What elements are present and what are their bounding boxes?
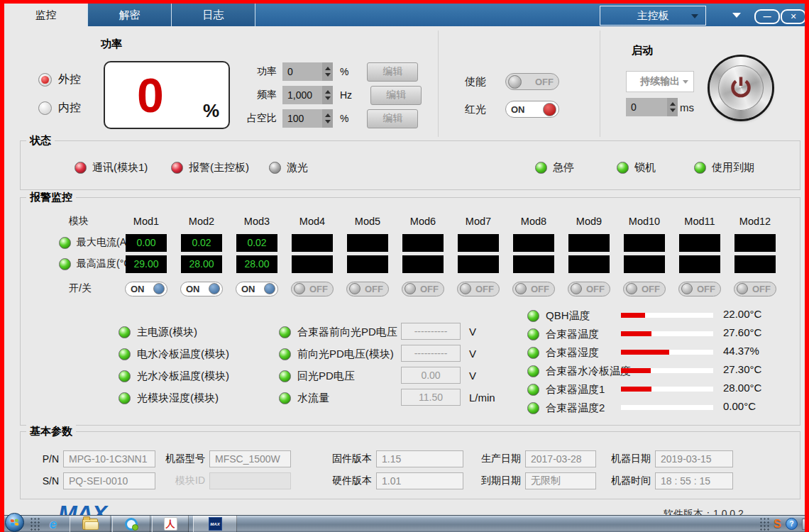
field-sn: S/NPQ-SEI-0010	[28, 472, 155, 489]
combiner-humidity-value: 44.37%	[723, 345, 759, 357]
status-led-label: 使用到期	[712, 161, 754, 174]
basic-params-groupbox: 基本参数 P/NMPG-10-1C3NN1 机器型号MFSC_1500W 固件版…	[20, 431, 800, 499]
explorer-taskbar-button[interactable]	[70, 516, 111, 532]
toggle-knob-icon	[460, 283, 471, 294]
status-led-alarm: 报警(主控板)	[171, 161, 249, 174]
power-display-value: 0	[105, 62, 196, 128]
spinner-arrows-icon[interactable]	[322, 109, 333, 128]
max-app-taskbar-button[interactable]: MAX	[193, 516, 237, 532]
adobe-taskbar-button[interactable]: 人	[152, 516, 189, 532]
power-spinbox[interactable]: 0	[282, 62, 333, 81]
toggle-knob-icon	[571, 283, 582, 294]
enable-toggle[interactable]: OFF	[505, 73, 559, 90]
field-expiry-date: 到期日期无限制	[478, 472, 596, 489]
tab-monitor[interactable]: 监控	[4, 4, 88, 26]
laser-start-button[interactable]	[710, 57, 772, 119]
module-switch[interactable]: OFF	[457, 282, 500, 297]
param-row-duty: 占空比 100 % 编辑	[238, 109, 418, 128]
radio-internal-control[interactable]: 内控	[38, 101, 81, 116]
module-switch[interactable]: ON	[180, 282, 223, 297]
module-switch[interactable]: OFF	[291, 282, 334, 297]
current-display	[679, 234, 720, 252]
module-switch-state: ON	[128, 284, 148, 294]
combiner-coldplate-value: 27.30°C	[723, 363, 761, 375]
sogou-input-icon[interactable]: S	[774, 518, 781, 531]
module-switch[interactable]: OFF	[678, 282, 721, 297]
module-header: Mod2	[189, 216, 214, 227]
module-switch[interactable]: OFF	[512, 282, 555, 297]
led-icon	[694, 162, 706, 174]
spinner-arrows-icon[interactable]	[322, 62, 333, 81]
monitor-combiner-temp1: 合束器温度1	[527, 382, 605, 397]
duty-spinbox[interactable]: 100	[282, 109, 333, 128]
ie-taskbar-button[interactable]: e	[40, 516, 67, 532]
close-button[interactable]: ✕	[781, 9, 806, 24]
monitor-label: QBH温度	[546, 309, 590, 323]
toggle-knob-icon	[209, 283, 220, 294]
monitor-label: 光模块湿度(模块)	[137, 392, 219, 405]
water-flow-field: 11.50	[401, 389, 461, 406]
led-icon	[527, 310, 539, 322]
max-current-row: 最大电流(A) 0.00 0.02 0.02	[26, 232, 800, 253]
module-switch[interactable]: OFF	[734, 282, 776, 297]
prod-date-input[interactable]: 2017-03-28	[525, 450, 596, 467]
hardware-input[interactable]: 1.01	[376, 472, 463, 489]
tray-partial-icon[interactable]	[802, 519, 809, 530]
radio-external-control[interactable]: 外控	[38, 72, 81, 87]
sn-input[interactable]: PQ-SEI-0010	[63, 472, 155, 489]
max-logo: MAX	[58, 501, 106, 516]
module-switch[interactable]: OFF	[346, 282, 389, 297]
led-icon	[119, 370, 131, 382]
current-display	[624, 234, 665, 252]
help-tray-icon[interactable]: ?	[786, 518, 798, 530]
tray-texture	[759, 517, 769, 531]
duration-spin-value: 0	[631, 101, 637, 113]
led-icon	[527, 328, 539, 340]
led-icon	[617, 162, 629, 174]
machine-model-input[interactable]: MFSC_1500W	[209, 450, 291, 467]
tab-decrypt[interactable]: 解密	[88, 4, 172, 26]
power-edit-button[interactable]: 编辑	[367, 62, 418, 82]
minimize-button[interactable]: —	[754, 9, 780, 24]
frequency-spinbox[interactable]: 1,000	[282, 86, 333, 104]
led-icon	[59, 237, 71, 249]
current-display	[734, 234, 776, 252]
spinner-arrows-icon[interactable]	[667, 98, 678, 116]
module-switch[interactable]: OFF	[568, 282, 610, 297]
red-light-toggle[interactable]: ON	[505, 101, 559, 118]
browser-taskbar-button[interactable]	[112, 516, 150, 532]
power-section-title: 功率	[101, 38, 122, 51]
duration-spinbox[interactable]: 0	[626, 98, 678, 116]
pn-input[interactable]: MPG-10-1C3NN1	[63, 450, 155, 467]
current-display	[513, 234, 554, 252]
led-icon	[527, 365, 539, 377]
board-select-value: 主控板	[637, 9, 669, 23]
spinner-arrows-icon[interactable]	[322, 86, 333, 104]
current-display	[402, 234, 444, 252]
dropdown-caret-icon[interactable]	[732, 13, 741, 18]
temp-display	[624, 255, 665, 273]
module-header-row: 模块 Mod1 Mod2 Mod3 Mod4 Mod5 Mod6 Mod7 Mo…	[26, 211, 800, 232]
module-switch[interactable]: ON	[125, 282, 167, 297]
module-switch-state: OFF	[362, 284, 386, 294]
module-switch[interactable]: OFF	[402, 282, 444, 297]
module-switch[interactable]: OFF	[623, 282, 666, 297]
titlebar: 监控 解密 日志 主控板 — ✕	[4, 4, 805, 26]
output-mode-dropdown[interactable]: 持续输出	[626, 71, 694, 92]
start-button[interactable]	[5, 513, 24, 532]
tab-log[interactable]: 日志	[172, 4, 255, 26]
radio-icon-external[interactable]	[38, 73, 52, 87]
frequency-edit-button[interactable]: 编辑	[370, 86, 422, 105]
module-switch[interactable]: ON	[236, 282, 278, 297]
module-switch-state: OFF	[749, 284, 774, 294]
expiry-date-input[interactable]: 无限制	[525, 472, 596, 489]
duty-edit-button[interactable]: 编辑	[367, 109, 418, 128]
led-icon	[527, 384, 539, 396]
machine-date-input[interactable]: 2019-03-15	[655, 450, 733, 467]
machine-time-input[interactable]: 18 : 55 : 15	[655, 472, 733, 489]
toggle-knob-icon	[737, 283, 748, 294]
unit-label: V	[469, 370, 476, 382]
radio-icon-internal[interactable]	[38, 101, 52, 115]
firmware-input[interactable]: 1.15	[376, 450, 463, 467]
board-select-dropdown[interactable]: 主控板	[600, 6, 706, 26]
